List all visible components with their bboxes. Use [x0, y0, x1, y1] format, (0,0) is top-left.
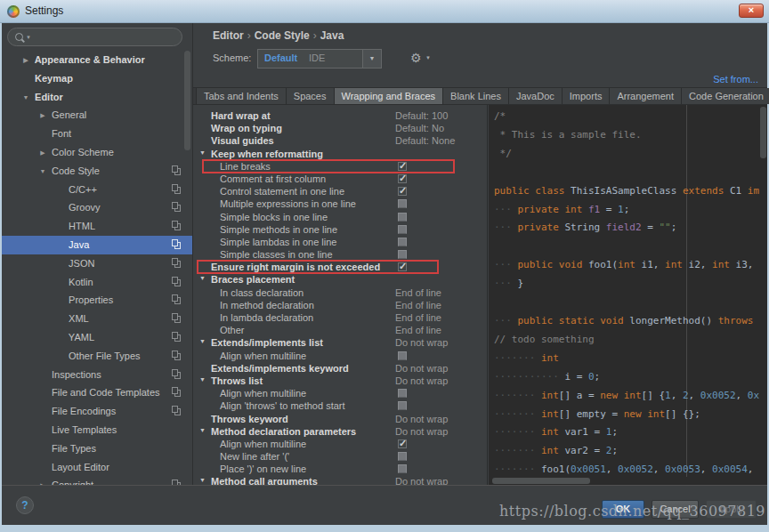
- sidebar-item-html[interactable]: HTML: [2, 217, 192, 236]
- sidebar-item-inspections[interactable]: Inspections: [2, 366, 192, 384]
- sidebar-item-layout-editor[interactable]: Layout Editor: [2, 458, 192, 477]
- sidebar-item-properties[interactable]: Properties: [2, 291, 192, 310]
- tree-toggle-icon[interactable]: ▶: [36, 144, 49, 163]
- tab-blank-lines[interactable]: Blank Lines: [443, 88, 509, 104]
- code-horizontal-scrollbar[interactable]: [492, 478, 590, 484]
- settings-row-new-line-after[interactable]: New line after '(': [193, 450, 487, 463]
- checkbox[interactable]: [398, 401, 407, 410]
- tab-wrapping-and-braces[interactable]: Wrapping and Braces: [335, 88, 444, 104]
- sidebar-item-kotlin[interactable]: Kotlin: [2, 273, 192, 292]
- cancel-button[interactable]: Cancel: [652, 500, 699, 519]
- settings-row-value[interactable]: Do not wrap: [395, 362, 448, 375]
- settings-row-simple-blocks-in-one-line[interactable]: Simple blocks in one line: [193, 211, 487, 223]
- settings-row-value[interactable]: Default: 100: [395, 109, 448, 122]
- settings-row-comment-at-first-column[interactable]: Comment at first column: [193, 173, 487, 185]
- settings-row-throws-list[interactable]: ▼ Throws list Do not wrap: [193, 375, 487, 387]
- sidebar-item-keymap[interactable]: Keymap: [2, 69, 192, 88]
- ok-button[interactable]: OK: [602, 500, 644, 519]
- tree-toggle-icon[interactable]: ▶: [36, 477, 49, 485]
- settings-row-simple-lambdas-in-one-line[interactable]: Simple lambdas in one line: [193, 236, 487, 248]
- settings-row-align-when-multiline[interactable]: Align when multiline: [193, 438, 487, 450]
- settings-row-method-declaration-parameters[interactable]: ▼ Method declaration parameters Do not w…: [193, 425, 487, 438]
- settings-row-keep-when-reformatting[interactable]: ▼ Keep when reformatting: [193, 148, 487, 160]
- settings-row-value[interactable]: End of line: [395, 311, 441, 324]
- sidebar-item-c-c[interactable]: C/C++: [2, 181, 192, 199]
- checkbox[interactable]: [398, 238, 407, 246]
- settings-row-value[interactable]: Do not wrap: [395, 413, 448, 425]
- settings-row-other[interactable]: Other End of line: [193, 324, 487, 336]
- breadcrumb-editor[interactable]: Editor: [213, 29, 244, 42]
- settings-row-value[interactable]: End of line: [395, 324, 441, 336]
- settings-row-in-class-declaration[interactable]: In class declaration End of line: [193, 286, 487, 299]
- expand-icon[interactable]: ▼: [199, 477, 206, 483]
- settings-row-throws-keyword[interactable]: Throws keyword Do not wrap: [193, 413, 487, 425]
- sidebar-item-color-scheme[interactable]: ▶ Color Scheme: [2, 143, 192, 162]
- settings-row-wrap-on-typing[interactable]: Wrap on typing Default: No: [193, 122, 487, 134]
- settings-row-value[interactable]: Do not wrap: [395, 425, 448, 438]
- sidebar-item-yaml[interactable]: YAML: [2, 328, 192, 347]
- expand-icon[interactable]: ▼: [199, 427, 206, 433]
- checkbox[interactable]: [398, 187, 407, 196]
- breadcrumb-code-style[interactable]: Code Style: [255, 29, 310, 42]
- settings-row-in-lambda-declaration[interactable]: In lambda declaration End of line: [193, 311, 487, 324]
- settings-row-value[interactable]: Do not wrap: [395, 375, 448, 387]
- close-button[interactable]: ×: [739, 4, 764, 18]
- sidebar-item-file-and-code-templates[interactable]: File and Code Templates: [2, 383, 192, 402]
- settings-row-value[interactable]: End of line: [395, 299, 441, 311]
- gear-icon[interactable]: ⚙: [410, 51, 422, 65]
- scheme-dropdown-icon[interactable]: ▼: [362, 50, 381, 68]
- search-options-caret-icon[interactable]: ▼: [26, 35, 31, 40]
- settings-row-value[interactable]: Do not wrap: [395, 336, 448, 349]
- checkbox[interactable]: [398, 213, 407, 222]
- tree-toggle-icon[interactable]: ▶: [20, 52, 32, 70]
- tree-toggle-icon[interactable]: ▼: [20, 89, 32, 108]
- settings-row-value[interactable]: Do not wrap: [395, 475, 448, 485]
- sidebar-item-other-file-types[interactable]: Other File Types: [2, 347, 192, 366]
- sidebar-item-code-style[interactable]: ▼ Code Style: [2, 162, 192, 181]
- settings-row-value[interactable]: Default: No: [395, 122, 444, 134]
- settings-row-control-statement-in-one-line[interactable]: Control statement in one line: [193, 185, 487, 197]
- settings-row-place-on-new-line[interactable]: Place ')' on new line: [193, 463, 487, 475]
- settings-row-extends-implements-list[interactable]: ▼ Extends/implements list Do not wrap: [193, 336, 487, 349]
- sidebar-scrollbar[interactable]: [184, 51, 190, 150]
- settings-row-ensure-right-margin-is-not-exceeded[interactable]: Ensure right margin is not exceeded: [193, 261, 487, 273]
- checkbox[interactable]: [398, 452, 407, 461]
- tab-arrangement[interactable]: Arrangement: [610, 88, 682, 104]
- settings-row-braces-placement[interactable]: ▼ Braces placement: [193, 273, 487, 286]
- settings-row-line-breaks[interactable]: Line breaks: [193, 160, 487, 173]
- tab-javadoc[interactable]: JavaDoc: [509, 88, 563, 104]
- expand-icon[interactable]: ▼: [199, 338, 206, 344]
- settings-row-hard-wrap-at[interactable]: Hard wrap at Default: 100: [193, 109, 487, 122]
- apply-button[interactable]: Apply: [706, 500, 757, 519]
- sidebar-item-xml[interactable]: XML: [2, 310, 192, 328]
- checkbox[interactable]: [398, 162, 407, 171]
- checkbox[interactable]: [398, 351, 407, 360]
- settings-row-simple-classes-in-one-line[interactable]: Simple classes in one line: [193, 248, 487, 261]
- tree-toggle-icon[interactable]: ▶: [36, 107, 49, 125]
- settings-row-simple-methods-in-one-line[interactable]: Simple methods in one line: [193, 223, 487, 236]
- tab-spaces[interactable]: Spaces: [287, 88, 335, 104]
- settings-row-visual-guides[interactable]: Visual guides Default: None: [193, 134, 487, 147]
- settings-row-value[interactable]: Default: None: [395, 134, 455, 147]
- breadcrumb-java[interactable]: Java: [320, 29, 344, 42]
- tab-code-generation[interactable]: Code Generation: [682, 88, 769, 104]
- gear-caret-icon[interactable]: ▼: [425, 55, 431, 60]
- settings-row-align-when-multiline[interactable]: Align when multiline: [193, 387, 487, 399]
- sidebar-item-copyright[interactable]: ▶ Copyright: [2, 476, 192, 485]
- sidebar-item-live-templates[interactable]: Live Templates: [2, 421, 192, 439]
- settings-row-align-throws-to-method-start[interactable]: Align 'throws' to method start: [193, 399, 487, 412]
- set-from-link[interactable]: Set from...: [713, 74, 758, 85]
- expand-icon[interactable]: ▼: [199, 275, 206, 281]
- sidebar-item-file-types[interactable]: File Types: [2, 439, 192, 458]
- checkbox[interactable]: [398, 464, 407, 473]
- tree-toggle-icon[interactable]: ▼: [36, 163, 49, 181]
- settings-row-in-method-declaration[interactable]: In method declaration End of line: [193, 299, 487, 311]
- search-input[interactable]: [35, 29, 179, 46]
- sidebar-item-appearance-behavior[interactable]: ▶ Appearance & Behavior: [2, 51, 192, 69]
- checkbox[interactable]: [398, 262, 407, 271]
- code-vertical-scrollbar[interactable]: [760, 107, 766, 158]
- settings-row-value[interactable]: End of line: [395, 286, 441, 299]
- checkbox[interactable]: [398, 199, 407, 208]
- checkbox[interactable]: [398, 225, 407, 234]
- expand-icon[interactable]: ▼: [199, 376, 206, 383]
